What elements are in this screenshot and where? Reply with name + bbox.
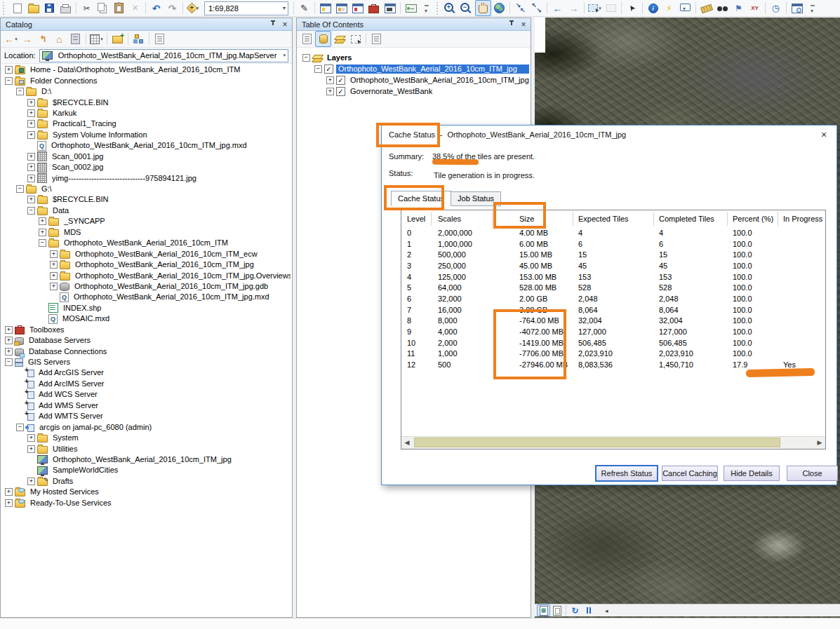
close-icon[interactable]: × (281, 20, 289, 29)
tab-job-status[interactable]: Job Status (451, 191, 501, 206)
column-header[interactable]: Size (493, 212, 573, 226)
table-row[interactable]: 632,0002.00 GB2,0482,048100.0 (401, 293, 825, 304)
table-row[interactable]: 2500,00015.00 MB1515100.0 (401, 249, 825, 260)
catalog-window-button[interactable] (333, 0, 349, 16)
overflow-button[interactable] (419, 0, 435, 16)
arctoolbox-button[interactable] (366, 0, 382, 16)
toc-source-button[interactable] (315, 31, 331, 47)
tree-item[interactable]: +System Volume Information (2, 130, 291, 140)
python-window-button[interactable] (382, 0, 398, 16)
cat-add-connection-button[interactable] (109, 31, 126, 47)
pan-button[interactable] (475, 0, 491, 16)
expander-icon[interactable]: + (5, 66, 13, 74)
tree-item[interactable]: +✓Orthophoto_WestBank_Aerial_2016_10cm_I… (298, 74, 529, 86)
tree-item[interactable]: Add WMTS Server (2, 411, 291, 421)
print-button[interactable] (58, 0, 74, 16)
expander-icon[interactable]: − (27, 207, 35, 215)
copy-button[interactable] (95, 0, 111, 16)
expander-icon[interactable]: + (39, 217, 46, 225)
expander-icon[interactable]: − (16, 88, 24, 95)
column-header[interactable]: Scales (432, 212, 493, 226)
tree-item[interactable]: +Karkuk (2, 108, 291, 119)
tree-item[interactable]: MOSAIC.mxd (2, 313, 291, 324)
dialog-titlebar[interactable]: Cache Status -- Orthophoto_WestBank_Aeri… (382, 126, 836, 144)
cat-up-button[interactable]: ↰ (35, 31, 51, 47)
go-forward-button[interactable]: → (566, 0, 582, 16)
go-back-button[interactable]: ← (549, 0, 566, 16)
expander-icon[interactable]: + (5, 488, 13, 496)
column-header[interactable]: In Progress (778, 212, 825, 226)
expander-icon[interactable]: − (16, 424, 24, 431)
toc-options-button[interactable] (368, 31, 385, 47)
cat-forward-button[interactable]: → (19, 31, 35, 47)
expander-icon[interactable]: + (27, 153, 35, 161)
scrollbar-track[interactable] (413, 437, 814, 449)
tree-item[interactable]: +Orthophoto_WestBank_Aerial_2016_10cm_IT… (2, 248, 291, 259)
find-button[interactable] (714, 0, 731, 16)
tree-item[interactable]: Orthophoto_WestBank_Aerial_2016_10cm_ITM… (2, 140, 291, 151)
tree-item[interactable]: −✓Orthophoto_WestBank_Aerial_2016_10cm_I… (298, 63, 529, 74)
tree-item[interactable]: Add ArcGIS Server (2, 367, 291, 378)
tree-item[interactable]: +Drafts (2, 476, 291, 487)
expander-icon[interactable]: + (27, 99, 35, 107)
table-row[interactable]: 88,000-764.00 MB32,00432,004100.0 (401, 316, 825, 327)
table-row[interactable]: 564,000528.00 MB528528100.0 (401, 282, 825, 293)
cat-options-button[interactable] (152, 31, 168, 47)
cat-connect-button[interactable] (67, 31, 84, 47)
viewer-window-button[interactable] (789, 0, 805, 16)
expander-icon[interactable]: − (302, 54, 310, 62)
hide-details-button[interactable]: Hide Details (724, 466, 780, 481)
cat-back-button[interactable]: ←▾ (3, 31, 19, 47)
table-horizontal-scrollbar[interactable]: ◀ ▶ (401, 436, 825, 449)
tree-item[interactable]: Orthophoto_WestBank_Aerial_2016_10cm_ITM… (2, 292, 291, 302)
find-route-button[interactable]: ⚑ (731, 0, 747, 16)
tree-item[interactable]: +MDS (2, 227, 291, 238)
tree-item[interactable]: Add ArcIMS Server (2, 379, 291, 389)
scroll-left-icon[interactable]: ◀ (401, 437, 413, 449)
expander-icon[interactable]: + (27, 175, 35, 182)
fixed-zoom-in-button[interactable] (512, 0, 528, 16)
expander-icon[interactable]: + (27, 196, 35, 203)
expander-icon[interactable]: + (5, 337, 13, 344)
expander-icon[interactable]: + (5, 326, 13, 334)
table-row[interactable]: 111,000-7706.00 MB2,023,9102,023,910100.… (401, 349, 825, 360)
tree-item[interactable]: +$RECYCLE.BIN (2, 194, 291, 205)
expander-icon[interactable]: − (16, 185, 24, 193)
dialog-close-button[interactable]: × (818, 129, 829, 140)
expander-icon[interactable]: + (27, 445, 35, 453)
cut-button[interactable]: ✂ (79, 0, 95, 16)
measure-button[interactable] (698, 0, 714, 16)
scale-combobox[interactable]: 1:69,828▾ (204, 1, 288, 15)
chevron-down-icon[interactable]: ▾ (283, 5, 286, 11)
close-icon[interactable]: × (519, 20, 528, 29)
select-features-button[interactable]: ▾ (587, 0, 603, 16)
tree-item[interactable]: −Orthophoto_WestBank_Aerial_2016_10cm_IT… (2, 238, 291, 248)
tree-item[interactable]: −G:\ (2, 184, 291, 194)
table-row[interactable]: 11,000,0006.00 MB66100.0 (401, 238, 825, 250)
tree-item[interactable]: INDEX.shp (2, 303, 291, 313)
expander-icon[interactable]: + (326, 76, 334, 84)
tree-item[interactable]: +Database Servers (2, 335, 291, 346)
column-header[interactable]: Expected Tiles (573, 212, 654, 226)
expander-icon[interactable]: + (50, 250, 58, 258)
scrollbar-thumb[interactable] (414, 438, 780, 447)
delete-button[interactable]: ✕ (127, 0, 143, 16)
map-pause-button[interactable] (582, 604, 595, 616)
expander-icon[interactable]: + (27, 434, 35, 442)
expander-icon[interactable]: + (27, 109, 35, 117)
expander-icon[interactable]: + (27, 131, 35, 139)
tree-item[interactable]: −GIS Servers (2, 357, 291, 367)
tree-item[interactable]: +_SYNCAPP (2, 216, 291, 226)
map-refresh-button[interactable]: ↻ (568, 604, 582, 616)
column-header[interactable]: Percent (%) (728, 212, 778, 226)
location-combobox[interactable]: Orthophoto_WestBank_Aerial_2016_10cm_ITM… (39, 49, 288, 62)
tree-item[interactable]: +Scan_0001.jpg (2, 151, 291, 162)
tree-item[interactable]: −Layers (298, 52, 529, 63)
tree-item[interactable]: +Home - Data\Orthophoto_WestBank_Aerial_… (2, 65, 291, 75)
scroll-right-icon[interactable]: ▶ (814, 437, 825, 449)
tree-item[interactable]: −D:\ (2, 86, 291, 97)
tree-item[interactable]: Add WCS Server (2, 389, 291, 400)
table-row[interactable]: 102,000-1419.00 MB506,485506,485100.0 (401, 337, 825, 349)
expander-icon[interactable]: + (39, 229, 46, 236)
toc-draworder-button[interactable] (299, 31, 315, 47)
